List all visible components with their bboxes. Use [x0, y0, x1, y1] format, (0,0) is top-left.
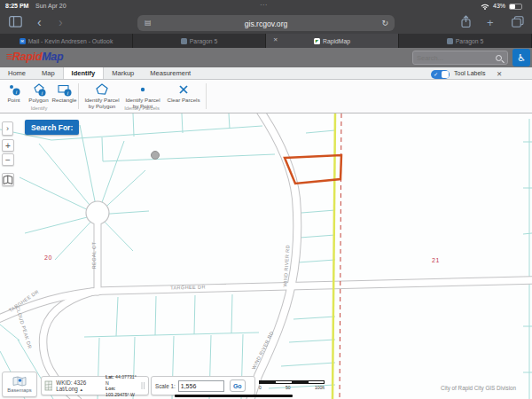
section-number-20: 20: [44, 254, 52, 261]
url-bar[interactable]: ▤ gis.rcgov.org ↻: [137, 15, 395, 31]
plus-icon: +: [5, 141, 11, 151]
browser-chrome: 8:25 PM Sun Apr 20 ⋯ 43% ‹ › ▤ gis.rcgov…: [0, 0, 532, 34]
new-tab-plus-icon[interactable]: +: [487, 17, 494, 28]
global-search-box[interactable]: [412, 51, 508, 65]
rapidmap-favicon: ◤: [314, 38, 320, 44]
tool-point[interactable]: i Point: [2, 82, 26, 104]
tab-measurement[interactable]: Measurement: [142, 67, 199, 79]
group-caption-identify-parcels: Identify Parcels: [106, 106, 177, 111]
search-for-button[interactable]: Search For:: [25, 120, 79, 135]
scale-bar-zero: 0: [259, 385, 262, 390]
ipad-screen: 8:25 PM Sun Apr 20 ⋯ 43% ‹ › ▤ gis.rcgov…: [0, 0, 532, 399]
battery-icon: [509, 4, 522, 10]
search-input[interactable]: [413, 54, 496, 62]
wifi-icon: [481, 3, 489, 10]
browser-tab-mail[interactable]: ✉ Mail - Kevin Andresen - Outlook: [0, 34, 133, 48]
point-identify-icon: i: [7, 82, 21, 97]
wheelchair-icon: ♿: [517, 52, 526, 64]
clock: 8:25 PM: [5, 3, 28, 9]
tool-rectangle[interactable]: i Rectangle: [51, 82, 77, 104]
status-bar: 8:25 PM Sun Apr 20 ⋯ 43%: [0, 0, 532, 12]
tool-labels-label: Tool Labels: [454, 70, 485, 76]
paragon-favicon: [181, 38, 187, 44]
browser-tab-paragon-1[interactable]: Paragon 5: [133, 34, 266, 48]
scale-bar: 0 50 100ft: [259, 380, 325, 390]
drag-handle-icon: [141, 381, 145, 390]
browser-tab-paragon-2[interactable]: Paragon 5: [399, 34, 532, 48]
back-icon[interactable]: ‹: [37, 16, 42, 28]
sidebar-icon[interactable]: [9, 16, 22, 27]
app-header: ≡RapidMap ♿: [0, 48, 532, 67]
zoom-in-button[interactable]: +: [2, 139, 14, 152]
tab-strip: ✉ Mail - Kevin Andresen - Outlook Parago…: [0, 34, 532, 48]
tab-home[interactable]: Home: [0, 67, 34, 79]
browser-tab-rapidmap[interactable]: ✕ ◤ RapidMap: [266, 34, 399, 48]
tabs-overview-icon[interactable]: [512, 16, 524, 27]
outlook-favicon: ✉: [20, 38, 26, 44]
date: Sun Apr 20: [35, 3, 66, 9]
map-graphics: TARGHEE DR TARGHEE DR CLOUD PEAK DR REGA…: [0, 113, 532, 399]
logo-rapid: Rapid: [12, 51, 42, 63]
forward-icon[interactable]: ›: [59, 16, 63, 28]
scale-label: Scale 1:: [155, 383, 176, 389]
identify-ribbon: i Point i Polygon i Rectangle Identify: [0, 80, 532, 113]
multitask-dots-icon: ⋯: [260, 1, 267, 9]
book-icon: [3, 175, 13, 184]
street-label-regal-ct: REGAL CT: [91, 242, 97, 270]
reload-icon[interactable]: ↻: [381, 19, 388, 27]
wkid-label[interactable]: WKID: 4326 Lat/Long ▲: [56, 379, 102, 392]
check-icon: ✓: [434, 72, 438, 77]
scale-panel: Scale 1: Go: [151, 376, 255, 395]
basemap-icon: [12, 376, 27, 387]
tab-label: Mail - Kevin Andresen - Outlook: [28, 38, 113, 44]
tool-clear-parcels[interactable]: Clear Parcels: [163, 82, 204, 104]
tab-map[interactable]: Map: [34, 67, 63, 79]
tab-markup[interactable]: Markup: [104, 67, 142, 79]
text-focus-indicator: [175, 395, 293, 397]
basemaps-label: Basemaps: [7, 387, 31, 393]
ribbon-separator: [78, 83, 79, 109]
tab-identify[interactable]: Identify: [63, 67, 105, 79]
tab-label: Paragon 5: [456, 38, 483, 44]
basemaps-button[interactable]: Basemaps: [2, 372, 37, 397]
search-icon[interactable]: [496, 55, 502, 61]
expand-panel-button[interactable]: ›: [2, 121, 13, 136]
close-panel-icon[interactable]: ✕: [497, 70, 502, 78]
tool-polygon[interactable]: i Polygon: [26, 82, 51, 104]
polygon-identify-icon: i: [32, 82, 46, 97]
group-caption-identify: Identify: [12, 106, 66, 111]
parcel-polygon-icon: [94, 82, 110, 97]
logo-map: Map: [42, 51, 63, 63]
share-icon[interactable]: [460, 15, 472, 28]
rapidmap-logo: ≡RapidMap: [6, 51, 63, 63]
go-button[interactable]: Go: [230, 379, 246, 392]
tab-label: RapidMap: [323, 38, 350, 44]
cursor-coordinates: Lat: 44.07731° N Lon: 103.29475° W: [106, 374, 137, 397]
accessibility-button[interactable]: ♿: [512, 49, 530, 66]
tool-labels-toggle[interactable]: ✓: [431, 70, 450, 79]
ribbon-tab-row: Home Map Identify Markup Measurement ✓ T…: [0, 67, 532, 80]
scale-bar-fifty: 50: [286, 385, 291, 390]
zoom-out-button[interactable]: −: [2, 153, 14, 166]
url-text: gis.rcgov.org: [137, 20, 395, 28]
rectangle-identify-icon: i: [57, 82, 72, 97]
coordinates-panel: WKID: 4326 Lat/Long ▲ Lat: 44.07731° N L…: [41, 376, 149, 395]
ribbon-separator: [206, 83, 207, 109]
section-number-21: 21: [432, 257, 440, 263]
minus-icon: −: [5, 155, 11, 165]
bookmarks-button[interactable]: [2, 173, 14, 186]
close-tab-icon[interactable]: ✕: [273, 36, 278, 43]
battery-percent: 43%: [493, 3, 505, 9]
grid-icon[interactable]: [44, 380, 52, 391]
logo-menu-glyph: ≡: [6, 51, 12, 63]
paragon-favicon: [447, 38, 453, 44]
scale-input[interactable]: [178, 380, 224, 392]
map-canvas[interactable]: TARGHEE DR TARGHEE DR CLOUD PEAK DR REGA…: [0, 113, 532, 399]
parcel-point-icon: [136, 82, 150, 97]
clear-parcels-x-icon: [176, 82, 191, 97]
map-credit: City of Rapid City GIS Division: [441, 385, 516, 391]
toggle-knob: [442, 71, 449, 78]
map-point-marker: [152, 152, 160, 160]
street-label-targhee: TARGHEE DR: [170, 285, 206, 291]
tab-label: Paragon 5: [190, 38, 217, 44]
